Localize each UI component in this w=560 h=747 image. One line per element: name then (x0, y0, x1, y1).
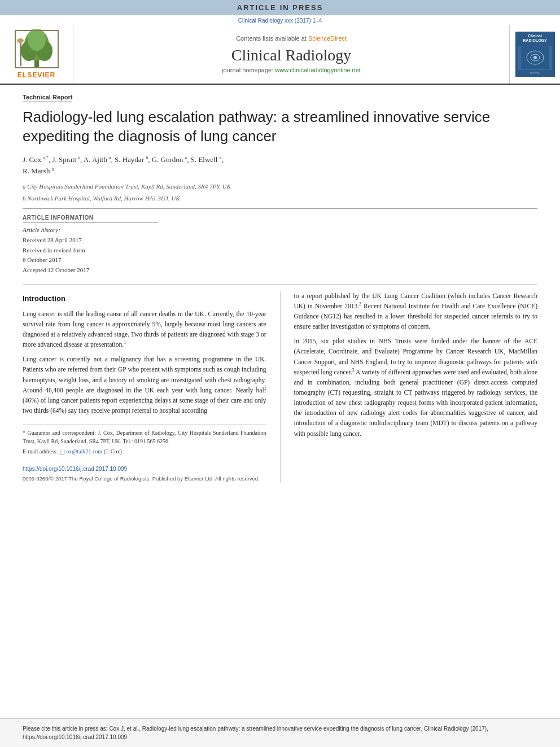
article-in-press-banner: ARTICLE IN PRESS (0, 0, 560, 15)
accepted-date: Accepted 12 October 2017 (23, 265, 158, 276)
journal-header: ELSEVIER Contents lists available at Sci… (0, 25, 560, 85)
authors-line: J. Cox a,*, J. Spratt a, A. Ajith a, S. … (23, 154, 537, 178)
doi-ref-line: Clinical Radiology xxx (2017) 1–4 (0, 15, 560, 25)
separator-2 (23, 285, 537, 285)
doi-section: https://doi.org/10.1016/j.crad.2017.10.0… (23, 465, 266, 483)
email-label: E-mail address: (23, 448, 58, 455)
sciencedirect-link[interactable]: ScienceDirect (308, 35, 347, 42)
guarantor-text: * Guarantor and correspondent: J. Cox, D… (23, 430, 266, 444)
author-sup-a2: a (78, 155, 80, 160)
homepage-link[interactable]: www.clinicalradiologyonline.net (275, 67, 361, 73)
intro-para-2: Lung cancer is currently not a malignanc… (23, 354, 266, 416)
history-label: Article history: (23, 226, 158, 233)
email-suffix: (J. Cox). (104, 448, 124, 455)
svg-point-11 (533, 56, 537, 59)
journal-cover-badge: BSMS (530, 71, 540, 75)
ref-1: 1 (124, 340, 126, 345)
left-text-col: Introduction Lung cancer is still the le… (23, 291, 266, 483)
article-body: Technical Report Radiology-led lung esca… (0, 85, 560, 718)
received-date: Received 28 April 2017 (23, 235, 158, 246)
article-info-label: ARTICLE INFORMATION (23, 215, 158, 223)
doi-url[interactable]: https://doi.org/10.1016/j.crad.2017.10.0… (23, 465, 266, 474)
homepage-text: journal homepage: (222, 67, 273, 73)
article-info-col: ARTICLE INFORMATION Article history: Rec… (23, 215, 158, 275)
author-sup-b: b (146, 155, 148, 160)
journal-right-logo: ClinicalRADIOLOGY BSMS (509, 25, 560, 84)
right-para-1: to a report published by the UK Lung Can… (294, 291, 538, 332)
author-sup-a1: a,* (43, 155, 49, 160)
info-columns: ARTICLE INFORMATION Article history: Rec… (23, 215, 537, 275)
doi-ref-text: Clinical Radiology xxx (2017) 1–4 (238, 18, 322, 24)
ref-2: 2 (359, 302, 361, 307)
column-divider (280, 291, 281, 483)
sciencedirect-line: Contents lists available at ScienceDirec… (236, 35, 347, 42)
article-title: Radiology-led lung escalation pathway: a… (23, 108, 537, 146)
separator-1 (23, 208, 537, 209)
svg-point-6 (17, 38, 24, 43)
citation-text: Please cite this article in press as: Co… (23, 726, 488, 740)
affiliation-b: b Northwick Park Hospital, Watford Rd, H… (23, 194, 537, 203)
introduction-heading: Introduction (23, 293, 266, 304)
page: ARTICLE IN PRESS Clinical Radiology xxx … (0, 0, 560, 747)
elsevier-logo: ELSEVIER (0, 25, 73, 84)
right-text-col: to a report published by the UK Lung Can… (294, 291, 538, 483)
elsevier-label: ELSEVIER (18, 71, 55, 79)
intro-para-1: Lung cancer is still the leading cause o… (23, 309, 266, 350)
svg-rect-5 (20, 41, 21, 66)
author-sup-a5: a (220, 155, 222, 160)
received-revised-label: Received in revised form (23, 246, 158, 256)
banner-text: ARTICLE IN PRESS (237, 3, 323, 12)
abstract-col (169, 215, 537, 275)
journal-homepage: journal homepage: www.clinicalradiologyo… (222, 67, 361, 73)
journal-title: Clinical Radiology (231, 46, 351, 64)
svg-rect-0 (34, 60, 39, 67)
right-para-2: In 2015, six pilot studies in NHS Trusts… (294, 336, 538, 439)
revised-date: 6 October 2017 (23, 255, 158, 265)
affiliation-a: a City Hospitals Sunderland Foundation T… (23, 182, 537, 191)
email-link[interactable]: j_cox@talk21.com (59, 448, 102, 455)
footnotes-section: * Guarantor and correspondent: J. Cox, D… (23, 425, 266, 456)
journal-center: Contents lists available at ScienceDirec… (73, 25, 509, 84)
radiology-journal-cover: ClinicalRADIOLOGY BSMS (515, 32, 555, 77)
email-footnote: E-mail address: j_cox@talk21.com (J. Cox… (23, 447, 266, 456)
ref-3: 3 (352, 368, 355, 373)
author-sup-a6: a (52, 167, 54, 172)
sciencedirect-prefix: Contents lists available at (236, 35, 307, 42)
citation-box: Please cite this article in press as: Co… (0, 718, 560, 747)
main-text: Introduction Lung cancer is still the le… (23, 291, 537, 483)
author-sup-a3: a (109, 155, 111, 160)
guarantor-footnote: * Guarantor and correspondent: J. Cox, D… (23, 429, 266, 445)
author-sup-a4: a (185, 155, 187, 160)
section-label: Technical Report (23, 94, 72, 102)
journal-cover-text: ClinicalRADIOLOGY (523, 34, 546, 43)
copyright-text: 0009-9260/© 2017 The Royal College of Ra… (23, 475, 266, 483)
elsevier-tree-icon (14, 29, 59, 69)
cover-image-icon (521, 46, 549, 69)
